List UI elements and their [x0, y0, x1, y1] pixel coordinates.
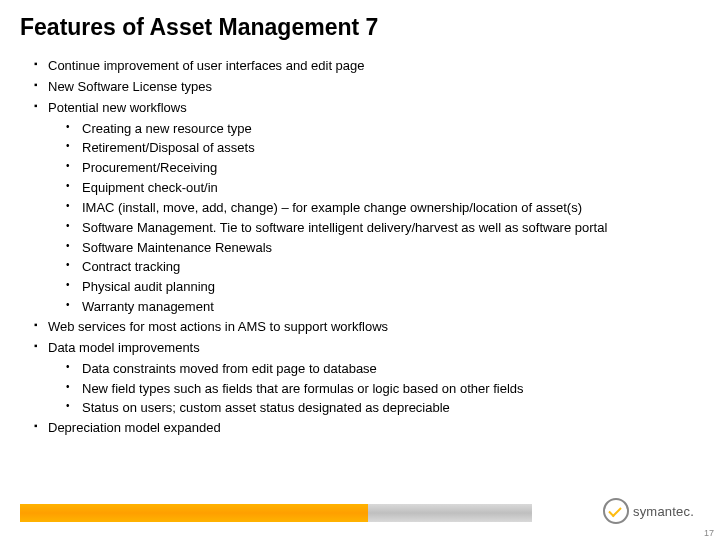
bullet-group-workflows: Creating a new resource type Retirement/… — [20, 120, 700, 317]
slide-body: Features of Asset Management 7 Continue … — [0, 0, 720, 438]
bullet-group-datamodel: Data constraints moved from edit page to… — [20, 360, 700, 419]
accent-bar-orange — [20, 504, 368, 522]
bullet-l2: New field types such as fields that are … — [66, 380, 700, 399]
bullet-l1: Depreciation model expanded — [34, 419, 700, 438]
logo-text: symantec. — [633, 504, 694, 519]
bullet-l2: Contract tracking — [66, 258, 700, 277]
slide-title: Features of Asset Management 7 — [20, 14, 700, 41]
bullet-l2: Data constraints moved from edit page to… — [66, 360, 700, 379]
bullet-l1: Potential new workflows — [34, 99, 700, 118]
bullet-l2: Software Management. Tie to software int… — [66, 219, 700, 238]
bullet-l1: Continue improvement of user interfaces … — [34, 57, 700, 76]
bullet-l1: Web services for most actions in AMS to … — [34, 318, 700, 337]
bullet-l1: New Software License types — [34, 78, 700, 97]
logo-mark-icon — [603, 498, 629, 524]
bullet-l2: Software Maintenance Renewals — [66, 239, 700, 258]
bullet-group-mid: Web services for most actions in AMS to … — [20, 318, 700, 358]
bullet-l2: Equipment check-out/in — [66, 179, 700, 198]
accent-bar-grey — [368, 504, 532, 522]
symantec-logo: symantec. — [603, 498, 694, 524]
bullet-group-last: Depreciation model expanded — [20, 419, 700, 438]
bullet-group-top: Continue improvement of user interfaces … — [20, 57, 700, 118]
bullet-l1: Data model improvements — [34, 339, 700, 358]
bullet-l2: Status on users; custom asset status des… — [66, 399, 700, 418]
bullet-l2: Warranty management — [66, 298, 700, 317]
accent-bar — [20, 504, 532, 522]
slide-content: Continue improvement of user interfaces … — [20, 57, 700, 438]
page-number: 17 — [704, 528, 714, 538]
slide-footer: symantec. — [0, 498, 720, 522]
bullet-l2: IMAC (install, move, add, change) – for … — [66, 199, 700, 218]
bullet-l2: Creating a new resource type — [66, 120, 700, 139]
bullet-l2: Physical audit planning — [66, 278, 700, 297]
bullet-l2: Retirement/Disposal of assets — [66, 139, 700, 158]
bullet-l2: Procurement/Receiving — [66, 159, 700, 178]
